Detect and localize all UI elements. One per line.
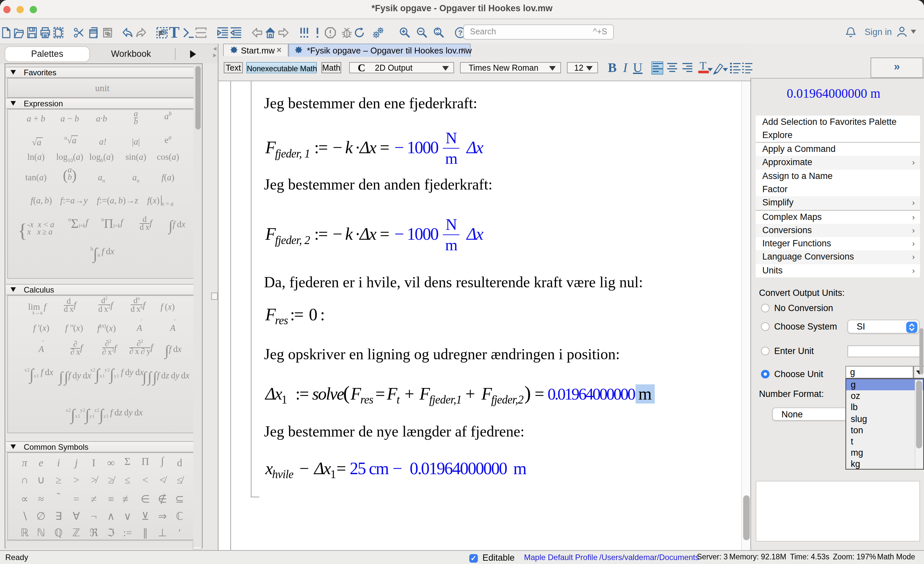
svg-text:?: ?	[458, 29, 462, 37]
